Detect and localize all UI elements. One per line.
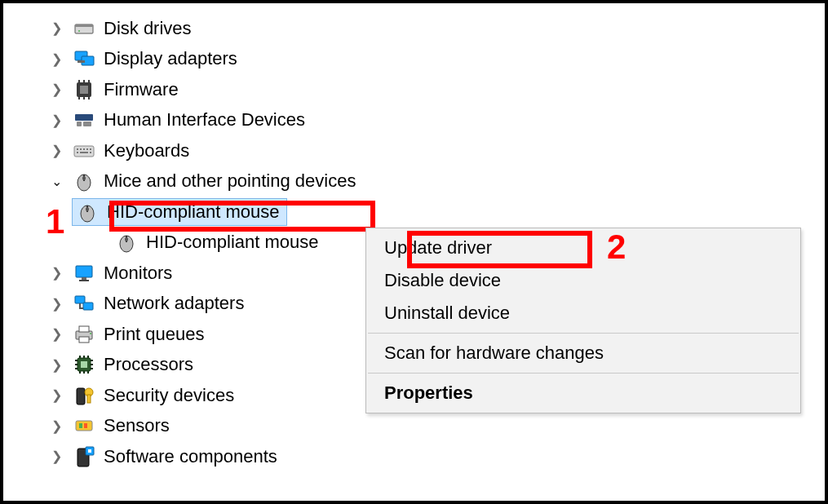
chevron-right-icon[interactable]: ❯ <box>48 296 64 312</box>
disk-drive-icon <box>73 17 95 40</box>
context-menu: Update driver Disable device Uninstall d… <box>365 228 801 413</box>
svg-rect-20 <box>83 148 85 150</box>
firmware-icon <box>73 78 95 101</box>
chevron-right-icon[interactable]: ❯ <box>48 143 64 158</box>
svg-rect-39 <box>83 303 93 310</box>
svg-rect-31 <box>86 207 89 211</box>
mouse-icon <box>73 170 95 192</box>
svg-rect-66 <box>88 449 91 453</box>
svg-rect-42 <box>79 337 89 343</box>
processor-icon <box>73 353 95 376</box>
svg-point-2 <box>78 30 80 32</box>
keyboard-icon <box>73 139 95 162</box>
context-separator <box>368 373 799 374</box>
svg-rect-34 <box>125 237 128 241</box>
context-item-update-driver[interactable]: Update driver <box>366 232 800 264</box>
chevron-right-icon[interactable]: ❯ <box>48 449 64 464</box>
tree-item-label: Print queues <box>104 324 205 345</box>
device-manager-frame: ❯ Disk drives ❯ Display adapters ❯ Firmw… <box>0 0 828 504</box>
context-item-uninstall-device[interactable]: Uninstall device <box>366 297 800 329</box>
chevron-right-icon[interactable]: ❯ <box>48 357 64 373</box>
mouse-icon <box>115 231 138 254</box>
tree-item-label: Software components <box>104 446 277 467</box>
svg-rect-62 <box>79 423 82 428</box>
tree-item-disk-drives[interactable]: ❯ Disk drives <box>3 13 825 44</box>
svg-rect-38 <box>75 296 85 303</box>
tree-item-label: Monitors <box>104 263 172 284</box>
svg-rect-37 <box>79 280 89 281</box>
tree-item-label: Disk drives <box>104 18 192 39</box>
svg-rect-1 <box>75 24 93 27</box>
svg-rect-16 <box>83 122 91 126</box>
svg-rect-25 <box>90 152 91 153</box>
tree-item-display-adapters[interactable]: ❯ Display adapters <box>3 44 825 75</box>
security-icon <box>73 384 95 407</box>
chevron-right-icon[interactable]: ❯ <box>48 265 64 281</box>
tree-item-sensors[interactable]: ❯ Sensors <box>3 411 825 442</box>
tree-item-label: Processors <box>104 354 193 375</box>
svg-rect-41 <box>79 326 89 332</box>
chevron-right-icon[interactable]: ❯ <box>48 82 64 97</box>
tree-item-label: Network adapters <box>104 293 244 314</box>
svg-rect-36 <box>82 277 86 280</box>
svg-rect-28 <box>82 176 86 180</box>
svg-rect-7 <box>80 86 88 94</box>
tree-item-label: HID-compliant mouse <box>107 201 280 223</box>
chevron-right-icon[interactable]: ❯ <box>48 326 64 342</box>
svg-rect-60 <box>87 395 91 403</box>
tree-item-label: Display adapters <box>104 48 237 69</box>
chevron-right-icon[interactable]: ❯ <box>48 387 64 403</box>
context-item-scan-hardware[interactable]: Scan for hardware changes <box>366 337 800 369</box>
svg-rect-14 <box>75 114 93 121</box>
display-adapters-icon <box>73 47 95 70</box>
context-item-disable-device[interactable]: Disable device <box>366 264 800 297</box>
svg-rect-58 <box>77 388 85 405</box>
tree-item-label: Human Interface Devices <box>104 109 305 130</box>
svg-rect-63 <box>84 423 87 428</box>
svg-rect-23 <box>77 152 78 153</box>
monitor-icon <box>73 262 95 285</box>
svg-rect-5 <box>77 60 85 63</box>
hid-icon <box>73 108 95 131</box>
tree-item-keyboards[interactable]: ❯ Keyboards <box>3 135 825 166</box>
sensor-icon <box>73 414 95 437</box>
context-item-properties[interactable]: Properties <box>366 377 800 409</box>
chevron-right-icon[interactable]: ❯ <box>48 113 64 128</box>
tree-item-label: Sensors <box>104 415 170 436</box>
svg-rect-21 <box>86 148 88 150</box>
tree-item-software-components[interactable]: ❯ Software components <box>3 441 825 472</box>
network-adapter-icon <box>73 292 95 315</box>
tree-item-label: Mice and other pointing devices <box>104 170 356 192</box>
tree-item-label: HID-compliant mouse <box>146 232 319 253</box>
tree-item-mice[interactable]: ⌄ Mice and other pointing devices <box>3 166 825 197</box>
svg-rect-19 <box>80 148 82 150</box>
tree-item-hid-mouse-1[interactable]: ❯ HID-compliant mouse <box>3 197 825 228</box>
svg-rect-17 <box>74 146 94 157</box>
tree-item-firmware[interactable]: ❯ Firmware <box>3 74 825 105</box>
chevron-right-icon[interactable]: ❯ <box>48 20 64 36</box>
tree-item-label: Security devices <box>104 385 234 406</box>
tree-item-label: Keyboards <box>104 140 189 161</box>
tree-item-hid[interactable]: ❯ Human Interface Devices <box>3 105 825 136</box>
svg-rect-18 <box>77 148 78 150</box>
context-separator <box>368 333 799 334</box>
tree-item-label: Firmware <box>104 79 179 100</box>
mouse-icon <box>76 201 99 223</box>
svg-rect-35 <box>76 266 92 277</box>
svg-point-43 <box>90 333 91 334</box>
svg-rect-22 <box>90 148 91 150</box>
chevron-right-icon[interactable]: ❯ <box>48 418 64 434</box>
chevron-right-icon[interactable]: ❯ <box>48 51 64 67</box>
chevron-down-icon[interactable]: ⌄ <box>48 174 64 189</box>
software-component-icon <box>73 445 95 468</box>
printer-icon <box>73 323 95 346</box>
svg-rect-45 <box>81 361 87 368</box>
svg-rect-24 <box>80 152 88 153</box>
svg-rect-15 <box>77 122 82 126</box>
